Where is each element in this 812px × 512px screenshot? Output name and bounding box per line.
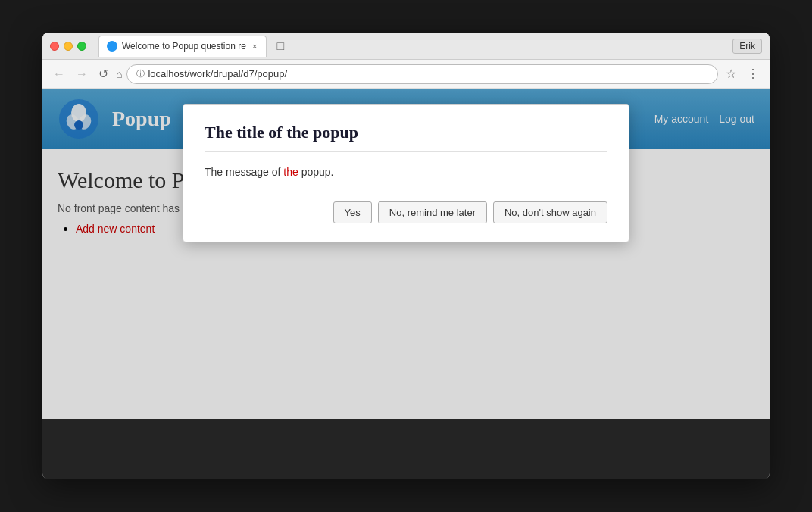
lock-icon: ⓘ <box>136 68 145 80</box>
profile-button[interactable]: Erik <box>732 39 762 54</box>
popup-message-the: the <box>283 166 298 178</box>
forward-button[interactable]: → <box>73 66 91 83</box>
tab-title: Welcome to Popup question re <box>122 41 246 52</box>
site-content: Popup My account Log out Welcome to P No… <box>42 89 770 479</box>
remind-later-button[interactable]: No, remind me later <box>378 201 487 223</box>
yes-button[interactable]: Yes <box>333 201 372 223</box>
popup-dialog: The title of the popup The message of th… <box>183 104 629 242</box>
popup-title: The title of the popup <box>205 123 607 152</box>
modal-overlay: The title of the popup The message of th… <box>42 89 770 479</box>
address-bar: ← → ↺ ⌂ ⓘ localhost/work/drupal/d7/popup… <box>42 60 770 89</box>
close-window-button[interactable] <box>50 42 59 51</box>
new-tab-button[interactable]: □ <box>270 37 291 55</box>
reload-button[interactable]: ↺ <box>95 65 111 83</box>
traffic-lights <box>50 42 86 51</box>
tab-favicon <box>107 41 117 52</box>
active-tab[interactable]: Welcome to Popup question re × <box>98 36 267 57</box>
home-button[interactable]: ⌂ <box>116 68 122 80</box>
popup-message: The message of the popup. <box>205 164 607 180</box>
title-bar: Welcome to Popup question re × □ Erik <box>42 33 770 60</box>
popup-message-before: The message of <box>205 166 283 178</box>
tab-close-button[interactable]: × <box>251 42 258 51</box>
browser-menu-button[interactable]: ⋮ <box>744 65 762 83</box>
popup-message-after: popup. <box>298 166 334 178</box>
tab-bar: Welcome to Popup question re × □ <box>98 36 726 57</box>
url-bar[interactable]: ⓘ localhost/work/drupal/d7/popup/ <box>126 64 718 84</box>
popup-buttons: Yes No, remind me later No, don't show a… <box>205 201 607 223</box>
dont-show-again-button[interactable]: No, don't show again <box>493 201 607 223</box>
browser-window: Welcome to Popup question re × □ Erik ← … <box>42 33 770 479</box>
maximize-window-button[interactable] <box>77 42 86 51</box>
minimize-window-button[interactable] <box>64 42 73 51</box>
back-button[interactable]: ← <box>50 66 68 83</box>
url-text: localhost/work/drupal/d7/popup/ <box>148 68 287 80</box>
bookmark-button[interactable]: ☆ <box>723 65 739 83</box>
